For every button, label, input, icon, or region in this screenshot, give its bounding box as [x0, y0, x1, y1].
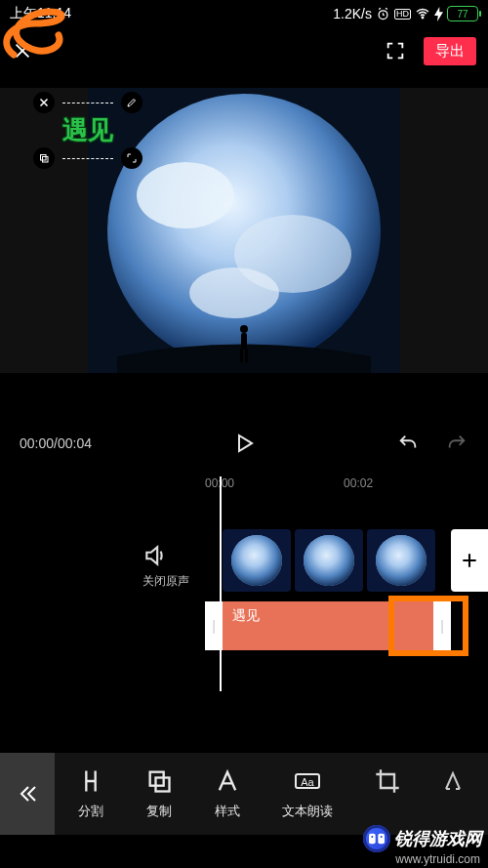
svg-rect-23	[369, 834, 376, 845]
overlay-text[interactable]: 遇见	[57, 113, 119, 147]
tool-copy[interactable]: 复制	[145, 767, 173, 820]
copy-text-icon[interactable]	[33, 147, 55, 169]
bolt-icon	[434, 7, 443, 21]
video-clip-thumb[interactable]	[295, 529, 363, 592]
watermark-brand: 锐得游戏网	[394, 827, 482, 850]
timecode: 00:00/00:04	[20, 435, 92, 451]
svg-point-26	[381, 836, 383, 838]
mute-label: 关闭原声	[142, 573, 189, 590]
svg-point-7	[240, 325, 248, 333]
net-speed: 1.2K/s	[333, 6, 372, 21]
svg-point-18	[376, 535, 427, 586]
export-button[interactable]: 导出	[424, 37, 476, 65]
watermark: 锐得游戏网 www.ytruidi.com	[363, 825, 482, 866]
redo-icon[interactable]	[445, 433, 468, 454]
watermark-url: www.ytruidi.com	[363, 852, 480, 866]
svg-rect-8	[241, 333, 247, 349]
svg-point-1	[422, 17, 424, 19]
add-clip-button[interactable]	[451, 529, 488, 592]
video-clip-thumb[interactable]	[223, 529, 291, 592]
tool-label	[386, 803, 389, 817]
tool-split[interactable]: 分割	[77, 767, 104, 820]
play-icon[interactable]	[232, 432, 256, 455]
tutorial-step-marker	[0, 6, 82, 68]
svg-point-14	[231, 535, 282, 586]
mute-audio-button[interactable]: 关闭原声	[142, 543, 189, 590]
wifi-icon	[415, 6, 430, 21]
hd-icon: HD	[394, 9, 411, 20]
svg-rect-10	[245, 349, 248, 362]
alarm-icon	[376, 7, 390, 21]
svg-point-16	[304, 535, 354, 586]
tool-style[interactable]: 样式	[214, 767, 241, 820]
svg-point-6	[189, 268, 279, 318]
fullscreen-icon[interactable]	[385, 40, 406, 62]
battery-icon: 77	[447, 6, 478, 21]
svg-rect-9	[240, 349, 243, 362]
tool-tts[interactable]: Aa 文本朗读	[282, 767, 333, 820]
edit-text-icon[interactable]	[121, 92, 142, 113]
tool-label: 样式	[215, 803, 240, 820]
svg-point-25	[371, 836, 373, 838]
tool-font[interactable]	[442, 767, 466, 820]
playhead[interactable]	[220, 476, 222, 691]
svg-rect-12	[43, 157, 49, 163]
video-preview[interactable]: 遇见	[0, 88, 488, 373]
tool-label: 复制	[146, 803, 172, 820]
video-clip-thumb[interactable]	[367, 529, 435, 592]
video-track[interactable]	[223, 529, 435, 592]
svg-text:Aa: Aa	[301, 776, 314, 788]
undo-icon[interactable]	[396, 433, 420, 454]
ruler-tick: 00:02	[344, 476, 373, 490]
text-overlay-editor[interactable]: 遇见	[33, 92, 142, 169]
svg-rect-19	[150, 772, 164, 786]
watermark-logo-icon	[363, 825, 390, 852]
timeline[interactable]: 00:00 00:02 关闭原声 | 遇见 |	[0, 467, 488, 703]
time-ruler: 00:00 00:02	[0, 476, 488, 490]
tool-label	[452, 803, 456, 817]
tool-crop[interactable]	[374, 767, 401, 820]
clip-left-handle[interactable]: |	[205, 601, 223, 650]
svg-rect-11	[41, 155, 47, 161]
tool-label: 分割	[78, 803, 103, 820]
svg-point-4	[137, 162, 234, 228]
scale-text-icon[interactable]	[121, 147, 142, 169]
playback-controls: 00:00/00:04	[0, 420, 488, 467]
tutorial-highlight	[388, 596, 468, 656]
delete-text-icon[interactable]	[33, 92, 55, 113]
tool-label: 文本朗读	[282, 803, 333, 820]
silhouette-figure	[235, 324, 253, 363]
toolbar-back-button[interactable]	[0, 753, 55, 835]
bottom-toolbar: 分割 复制 样式 Aa 文本朗读	[0, 753, 488, 835]
svg-rect-24	[378, 834, 385, 845]
